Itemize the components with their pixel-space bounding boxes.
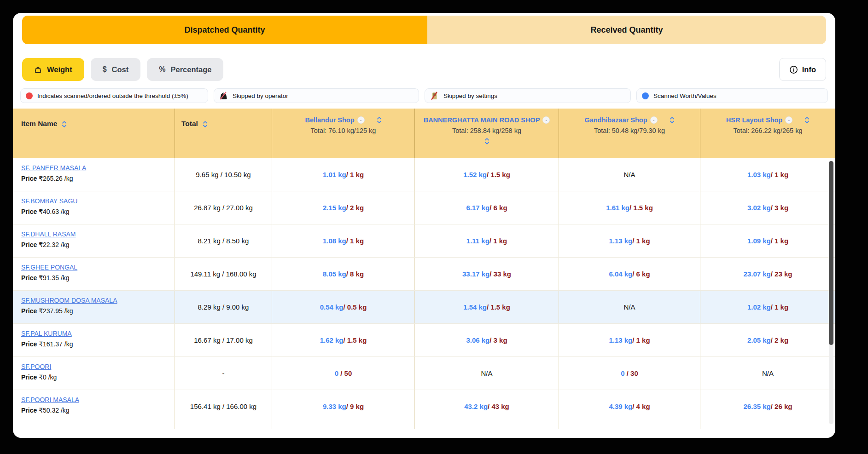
ordered-value: / 3 kg	[771, 204, 788, 212]
vertical-scrollbar[interactable]	[829, 161, 833, 424]
quantity-cell: 9.33 kg/ 9 kg	[272, 390, 415, 423]
legend-threshold: Indicates scanned/ordered outside the th…	[20, 88, 208, 103]
row-total-cell: 26.87 kg / 27.00 kg	[175, 191, 272, 224]
sort-icon[interactable]	[804, 116, 810, 124]
item-name-link[interactable]: SF.POORI	[21, 363, 51, 370]
row-total-cell: -	[175, 357, 272, 390]
item-name-link[interactable]: SF.DHALL RASAM	[21, 230, 76, 238]
item-cell: SF.DHALL RASAMPrice ₹22.32 /kg	[13, 224, 175, 257]
shop-total: Total: 76.10 kg/125 kg	[311, 127, 376, 134]
quantity-cell: 0 / 50	[272, 357, 415, 390]
info-button[interactable]: Info	[779, 58, 826, 81]
sort-icon[interactable]	[377, 116, 382, 124]
dispatch-table: Item Name Total Bellandur Shop - Total: …	[13, 109, 835, 429]
shop-link[interactable]: HSR Layout Shop	[726, 116, 782, 124]
item-name-link[interactable]: SF.MUSHROOM DOSA MASALA	[21, 297, 117, 304]
scanned-value: 9.33 kg	[323, 402, 346, 410]
ordered-value: / 1 kg	[771, 171, 788, 178]
legend-scanned-worth: Scanned Worth/Values	[636, 88, 828, 103]
price-value: ₹265.26 /kg	[39, 175, 73, 182]
item-name-header-label: Item Name	[21, 120, 57, 128]
header-shop-hsr: HSR Layout Shop - Total: 266.22 kg/265 k…	[700, 109, 835, 158]
row-total-cell: 16.67 kg / 17.00 kg	[175, 324, 272, 356]
row-total-cell: 9.65 kg / 10.50 kg	[175, 158, 272, 191]
weight-toggle-button[interactable]: Weight	[22, 58, 84, 81]
scanned-value: 1.01 kg	[323, 171, 346, 178]
quantity-cell: N/A	[700, 357, 835, 390]
ordered-value: / 1 kg	[771, 303, 788, 311]
item-name-link[interactable]: SF.PAL KURUMA	[21, 330, 72, 337]
row-total-cell: 8.29 kg / 9.00 kg	[175, 291, 272, 323]
quantity-cell: 6.04 kg/ 6 kg	[559, 258, 700, 290]
legend-skipped-operator: Skipped by operator	[214, 88, 419, 103]
ordered-value: / 9 kg	[346, 402, 364, 410]
tab-received-quantity[interactable]: Received Quantity	[427, 16, 826, 44]
scanned-value: 0	[335, 369, 338, 377]
na-value: N/A	[623, 303, 635, 311]
weight-label: Weight	[47, 65, 72, 74]
percentage-toggle-button[interactable]: % Percentage	[147, 58, 223, 81]
item-name-link[interactable]: SF.BOMBAY SAGU	[21, 197, 77, 205]
scanned-value: 3.06 kg	[466, 336, 489, 344]
table-row: SF.BOMBAY SAGUPrice ₹40.63 /kg26.87 kg /…	[13, 191, 835, 224]
shop-collapse-badge[interactable]: -	[650, 116, 658, 124]
price-value: ₹0 /kg	[39, 374, 57, 381]
scanned-value: 1.08 kg	[323, 237, 346, 245]
ordered-value: / 1 kg	[632, 336, 650, 344]
cost-label: Cost	[112, 65, 129, 74]
header-item-name: Item Name	[13, 109, 175, 158]
scanned-value: 1.09 kg	[747, 237, 771, 245]
shop-total: Total: 266.22 kg/265 kg	[734, 127, 803, 134]
ordered-value: / 26 kg	[771, 402, 792, 410]
item-name-link[interactable]: SF.POORI MASALA	[21, 396, 79, 403]
scanned-value: 6.17 kg	[466, 204, 489, 212]
quantity-cell: N/A	[559, 291, 700, 323]
shop-link[interactable]: Bellandur Shop	[305, 116, 354, 124]
item-price: Price ₹237.95 /kg	[21, 307, 170, 315]
ordered-value: / 1.5 kg	[487, 303, 510, 311]
sort-icon[interactable]	[670, 116, 675, 124]
price-label: Price	[21, 340, 39, 348]
table-row: SF. PANEER MASALAPrice ₹265.26 /kg9.65 k…	[13, 158, 835, 191]
price-label: Price	[21, 274, 39, 282]
legend-row: Indicates scanned/ordered outside the th…	[20, 88, 828, 103]
scanned-value: 1.13 kg	[609, 237, 632, 245]
shop-collapse-badge[interactable]: -	[542, 116, 550, 124]
shop-collapse-badge[interactable]: -	[357, 116, 365, 124]
item-price: Price ₹0 /kg	[21, 374, 170, 381]
shop-collapse-badge[interactable]: -	[785, 116, 792, 124]
scanned-value: 1.52 kg	[463, 171, 487, 178]
price-label: Price	[21, 307, 39, 315]
na-value: N/A	[762, 369, 774, 377]
tab-dispatched-quantity[interactable]: Dispatched Quantity	[22, 16, 427, 44]
total-header-label: Total	[181, 120, 198, 128]
item-cell: SF.POORIPrice ₹0 /kg	[13, 357, 175, 390]
dollar-icon: $	[103, 65, 107, 74]
ordered-value: / 23 kg	[771, 270, 792, 278]
sort-icon[interactable]	[203, 121, 208, 128]
quantity-cell: 8.05 kg/ 8 kg	[272, 258, 415, 290]
cost-toggle-button[interactable]: $ Cost	[91, 58, 141, 81]
item-name-link[interactable]: SF. PANEER MASALA	[21, 164, 86, 172]
quantity-cell: 1.03 kg/ 1 kg	[700, 158, 835, 191]
item-price: Price ₹91.35 /kg	[21, 274, 170, 282]
quantity-cell: 23.07 kg/ 23 kg	[700, 258, 835, 290]
shop-link[interactable]: BANNERGHATTA MAIN ROAD SHOP	[424, 116, 540, 124]
table-row: SF.MUSHROOM DOSA MASALAPrice ₹237.95 /kg…	[13, 291, 835, 324]
quantity-cell: 1.13 kg/ 1 kg	[559, 224, 700, 257]
sort-icon[interactable]	[62, 121, 67, 128]
blue-dot-icon	[642, 92, 649, 99]
item-name-link[interactable]: SF.GHEE PONGAL	[21, 264, 77, 271]
row-total-cell: 149.11 kg / 168.00 kg	[175, 258, 272, 290]
ordered-value: / 8 kg	[346, 270, 364, 278]
quantity-cell: 1.01 kg/ 1 kg	[272, 158, 415, 191]
quantity-tabs: Dispatched Quantity Received Quantity	[22, 16, 826, 44]
sort-icon[interactable]	[484, 138, 489, 145]
price-value: ₹22.32 /kg	[39, 241, 70, 248]
scrollbar-thumb[interactable]	[829, 161, 833, 345]
controls-row: Weight $ Cost % Percentage Info	[22, 58, 826, 81]
shop-link[interactable]: Gandhibazaar Shop	[584, 116, 647, 124]
shop-total: Total: 50.48 kg/79.30 kg	[594, 127, 665, 134]
item-cell: SF. PANEER MASALAPrice ₹265.26 /kg	[13, 158, 175, 191]
ordered-value: / 6 kg	[489, 204, 507, 212]
